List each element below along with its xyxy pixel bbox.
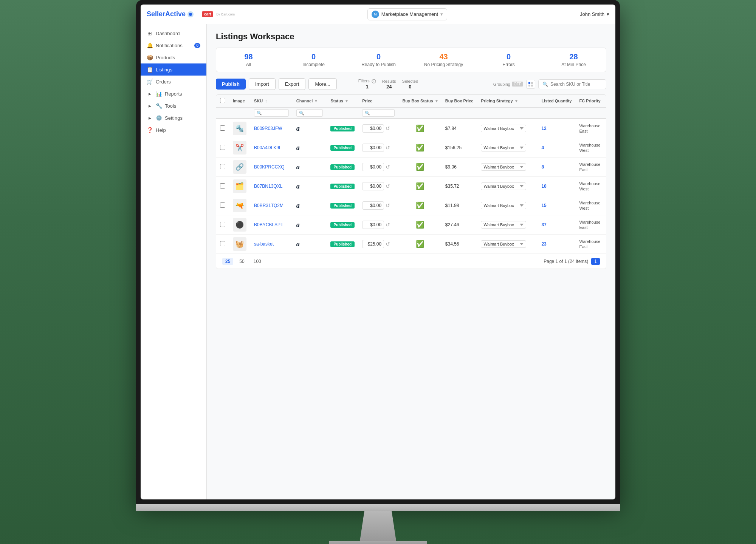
price-reset-icon-4[interactable]: ↺ (386, 202, 390, 209)
price-input-6[interactable] (362, 240, 384, 248)
view-toggle[interactable] (526, 80, 535, 89)
sku-link-6[interactable]: sa-basket (254, 241, 274, 247)
grouping-toggle[interactable]: OFF (512, 82, 523, 87)
sidebar-item-settings[interactable]: ▸ ⚙️ Settings (141, 112, 206, 124)
price-reset-icon-1[interactable]: ↺ (386, 145, 390, 151)
import-button[interactable]: Import (249, 78, 276, 90)
row-fc-2: Warehouse East (575, 158, 606, 177)
search-input[interactable] (550, 82, 602, 87)
strategy-select-6[interactable]: Walmart Buybox None Competitive (481, 240, 526, 248)
sku-filter-input[interactable] (254, 109, 289, 117)
marketplace-icon: M (372, 11, 379, 18)
sidebar-item-listings[interactable]: 📋 Listings (141, 63, 206, 76)
user-menu[interactable]: John Smith ▾ (580, 11, 609, 17)
select-all-checkbox[interactable] (220, 98, 225, 103)
strategy-select-2[interactable]: Walmart Buybox None Competitive (481, 163, 526, 171)
stat-errors[interactable]: 0 Errors (476, 48, 541, 72)
price-input-1[interactable] (362, 144, 384, 152)
strategy-select-0[interactable]: Walmart Buybox None Competitive (481, 125, 526, 132)
sidebar-item-notifications[interactable]: 🔔 Notifications 0 (141, 39, 206, 51)
sidebar-item-help[interactable]: ❓ Help (141, 124, 206, 136)
buy-box-check-1: ✅ (416, 144, 424, 151)
sidebar-item-tools[interactable]: ▸ 🔧 Tools (141, 100, 206, 112)
qty-num-5: 37 (541, 222, 546, 227)
header-channel[interactable]: Channel ▾ (293, 95, 327, 107)
filters-box[interactable]: Filters i 1 (358, 79, 376, 90)
page-title: Listings Workspace (216, 32, 606, 42)
price-reset-icon-2[interactable]: ↺ (386, 164, 390, 170)
page-number-button[interactable]: 1 (591, 258, 600, 265)
price-input-5[interactable] (362, 221, 384, 229)
row-qty-5: 37 (538, 215, 575, 235)
publish-button[interactable]: Publish (216, 79, 246, 90)
header-sku[interactable]: SKU ↕ (250, 95, 293, 107)
stat-ready[interactable]: 0 Ready to Publish (346, 48, 411, 72)
sidebar-item-dashboard[interactable]: ⊞ Dashboard (141, 27, 206, 39)
stat-all-num: 98 (222, 53, 275, 61)
svg-rect-6 (528, 85, 530, 87)
filter-price-cell[interactable] (358, 107, 398, 119)
buy-box-check-0: ✅ (416, 125, 424, 132)
stat-ready-num: 0 (352, 53, 405, 61)
price-input-3[interactable] (362, 182, 384, 190)
row-checkbox-6[interactable] (220, 241, 225, 246)
row-checkbox-3[interactable] (220, 183, 225, 189)
page-size-25[interactable]: 25 (222, 258, 233, 265)
row-checkbox-5[interactable] (220, 222, 225, 227)
more-button[interactable]: More... (308, 78, 336, 90)
page-size-50[interactable]: 50 (236, 258, 247, 265)
row-checkbox-0[interactable] (220, 125, 225, 131)
marketplace-selector[interactable]: M Marketplace Management ▾ (367, 8, 447, 20)
stat-incomplete[interactable]: 0 Incomplete (281, 48, 346, 72)
row-sku-4: B0BR31TQ2M (250, 196, 293, 215)
row-price-1: ↺ (358, 138, 398, 158)
strategy-select-3[interactable]: Walmart Buybox None Competitive (481, 182, 526, 190)
sku-link-2[interactable]: B00KPRCCXQ (254, 164, 285, 170)
header-buy-box-status[interactable]: Buy Box Status ▾ (398, 95, 441, 107)
strategy-select-4[interactable]: Walmart Buybox None Competitive (481, 202, 526, 209)
export-button[interactable]: Export (279, 78, 306, 90)
stat-no-pricing[interactable]: 43 No Pricing Strategy (411, 48, 476, 72)
sku-link-1[interactable]: B00A4DLK9I (254, 145, 280, 150)
strategy-select-1[interactable]: Walmart Buybox None Competitive (481, 144, 526, 151)
sku-link-4[interactable]: B0BR31TQ2M (254, 203, 284, 208)
price-input-0[interactable] (362, 124, 384, 133)
price-reset-icon-5[interactable]: ↺ (386, 222, 390, 228)
sidebar-item-orders[interactable]: 🛒 Orders (141, 76, 206, 88)
header-status[interactable]: Status ▾ (327, 95, 358, 107)
price-reset-icon-3[interactable]: ↺ (386, 183, 390, 189)
search-box[interactable]: 🔍 (538, 79, 606, 89)
price-input-4[interactable] (362, 201, 384, 210)
listings-icon: 📋 (147, 66, 153, 73)
page-size-100[interactable]: 100 (251, 258, 264, 265)
row-channel-1: a (293, 138, 327, 158)
row-checkbox-4[interactable] (220, 202, 225, 208)
stat-no-pricing-label: No Pricing Strategy (417, 62, 470, 67)
filter-channel-cell[interactable] (293, 107, 327, 119)
grouping-box[interactable]: Grouping OFF (493, 82, 523, 87)
row-qty-4: 15 (538, 196, 575, 215)
row-buy-box-1: ✅ (398, 138, 441, 158)
row-price-2: ↺ (358, 158, 398, 177)
sidebar: ⊞ Dashboard 🔔 Notifications 0 📦 Products… (141, 24, 207, 499)
header-pricing-strategy[interactable]: Pricing Strategy ▾ (477, 95, 530, 107)
stat-min-price[interactable]: 28 At Min Price (541, 48, 606, 72)
price-reset-icon-6[interactable]: ↺ (386, 241, 390, 247)
row-checkbox-cell (216, 235, 229, 254)
filter-sku-cell[interactable] (250, 107, 293, 119)
price-reset-icon-0[interactable]: ↺ (386, 125, 390, 131)
strategy-select-5[interactable]: Walmart Buybox None Competitive (481, 221, 526, 229)
row-checkbox-1[interactable] (220, 145, 225, 150)
stat-all[interactable]: 98 All (216, 48, 281, 72)
row-checkbox-2[interactable] (220, 164, 225, 169)
channel-filter-input[interactable] (296, 109, 323, 117)
price-input-2[interactable] (362, 163, 384, 171)
sidebar-item-products[interactable]: 📦 Products (141, 51, 206, 63)
sku-link-0[interactable]: B009R03JFW (254, 126, 282, 131)
sku-link-3[interactable]: B07BN13QXL (254, 184, 282, 189)
sku-link-5[interactable]: B0BYCBLSPT (254, 222, 283, 227)
tools-icon: 🔧 (156, 103, 162, 109)
price-filter-input[interactable] (362, 109, 395, 117)
filters-label: Filters i (358, 79, 376, 83)
sidebar-item-reports[interactable]: ▸ 📊 Reports (141, 88, 206, 100)
